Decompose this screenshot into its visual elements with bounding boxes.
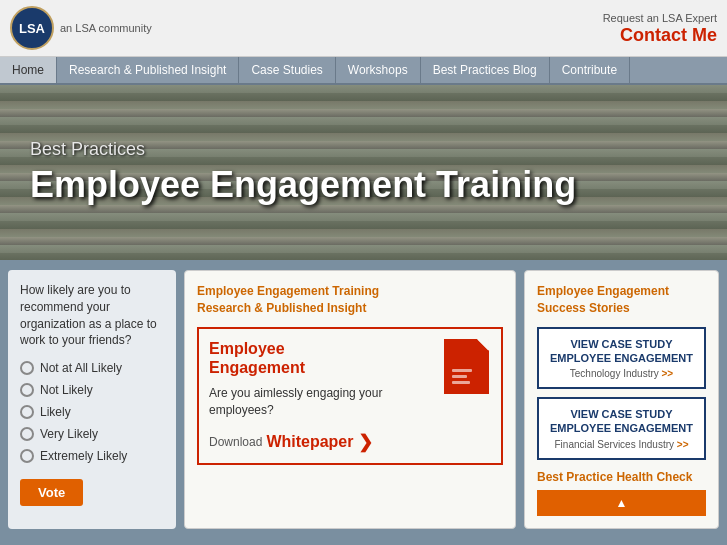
whitepaper-description: Are you aimlessly engaging your employee… — [209, 385, 431, 419]
nav-item-blog[interactable]: Best Practices Blog — [421, 57, 550, 83]
poll-option-1[interactable]: Not at All Likely — [20, 361, 164, 375]
request-text: Request an LSA Expert — [603, 12, 717, 24]
hero-overlay: Best Practices Employee Engagement Train… — [0, 85, 727, 260]
best-practice-header: Best Practice Health Check — [537, 470, 706, 484]
svg-rect-0 — [444, 339, 489, 394]
radio-button-2[interactable] — [20, 383, 34, 397]
whitepaper-download[interactable]: Download Whitepaper ❯ — [209, 431, 431, 453]
case-study-industry-1: Technology Industry >> — [549, 368, 694, 379]
svg-rect-5 — [452, 375, 467, 378]
svg-rect-6 — [452, 381, 470, 384]
health-check-button[interactable]: ▲ — [537, 490, 706, 516]
hero-subtitle: Best Practices — [30, 139, 697, 160]
radio-button-4[interactable] — [20, 427, 34, 441]
poll-option-label-1: Not at All Likely — [40, 361, 122, 375]
poll-option-label-2: Not Likely — [40, 383, 93, 397]
nav-item-workshops[interactable]: Workshops — [336, 57, 421, 83]
case-study-industry-2: Financial Services Industry >> — [549, 439, 694, 450]
whitepaper-section: Employee Engagement Training Research & … — [184, 270, 516, 529]
pdf-icon — [444, 339, 489, 394]
poll-option-label-4: Very Likely — [40, 427, 98, 441]
industry-arrow-1: >> — [662, 368, 674, 379]
poll-option-4[interactable]: Very Likely — [20, 427, 164, 441]
whitepaper-card[interactable]: Employee Engagement Are you aimlessly en… — [197, 327, 503, 465]
case-study-card-1[interactable]: VIEW CASE STUDYEMPLOYEE ENGAGEMENT Techn… — [537, 327, 706, 390]
radio-button-1[interactable] — [20, 361, 34, 375]
logo-area: LSA an LSA community — [10, 6, 152, 50]
nav-item-home[interactable]: Home — [0, 57, 57, 83]
hero-banner: Best Practices Employee Engagement Train… — [0, 85, 727, 260]
logo-icon: LSA — [10, 6, 54, 50]
header-right: Request an LSA Expert Contact Me — [603, 10, 717, 46]
logo-tagline: an LSA community — [60, 22, 152, 34]
radio-button-5[interactable] — [20, 449, 34, 463]
whitepaper-header: Employee Engagement Training Research & … — [197, 283, 503, 317]
hero-title: Employee Engagement Training — [30, 164, 697, 206]
case-studies-section: Employee Engagement Success Stories VIEW… — [524, 270, 719, 529]
poll-option-label-5: Extremely Likely — [40, 449, 127, 463]
vote-button[interactable]: Vote — [20, 479, 83, 506]
poll-option-2[interactable]: Not Likely — [20, 383, 164, 397]
nav-item-contribute[interactable]: Contribute — [550, 57, 630, 83]
pdf-icon-area — [441, 339, 491, 394]
case-study-view-label-1: VIEW CASE STUDYEMPLOYEE ENGAGEMENT — [549, 337, 694, 366]
radio-button-3[interactable] — [20, 405, 34, 419]
main-content: How likely are you to recommend your org… — [0, 260, 727, 539]
whitepaper-text: Employee Engagement Are you aimlessly en… — [209, 339, 431, 453]
case-study-card-2[interactable]: VIEW CASE STUDYEMPLOYEE ENGAGEMENT Finan… — [537, 397, 706, 460]
poll-question: How likely are you to recommend your org… — [20, 282, 164, 349]
arrow-icon: ❯ — [358, 431, 373, 453]
industry-arrow-2: >> — [677, 439, 689, 450]
download-link[interactable]: Whitepaper — [266, 433, 353, 451]
header: LSA an LSA community Request an LSA Expe… — [0, 0, 727, 57]
download-label: Download — [209, 435, 262, 449]
case-study-view-label-2: VIEW CASE STUDYEMPLOYEE ENGAGEMENT — [549, 407, 694, 436]
nav-item-research[interactable]: Research & Published Insight — [57, 57, 239, 83]
pdf-svg — [444, 339, 489, 394]
poll-option-label-3: Likely — [40, 405, 71, 419]
poll-widget: How likely are you to recommend your org… — [8, 270, 176, 529]
whitepaper-title: Employee Engagement — [209, 339, 431, 377]
navbar: Home Research & Published Insight Case S… — [0, 57, 727, 85]
poll-option-5[interactable]: Extremely Likely — [20, 449, 164, 463]
nav-item-case-studies[interactable]: Case Studies — [239, 57, 335, 83]
poll-option-3[interactable]: Likely — [20, 405, 164, 419]
case-studies-header: Employee Engagement Success Stories — [537, 283, 706, 317]
contact-me-link[interactable]: Contact Me — [603, 25, 717, 46]
svg-rect-4 — [452, 369, 472, 372]
